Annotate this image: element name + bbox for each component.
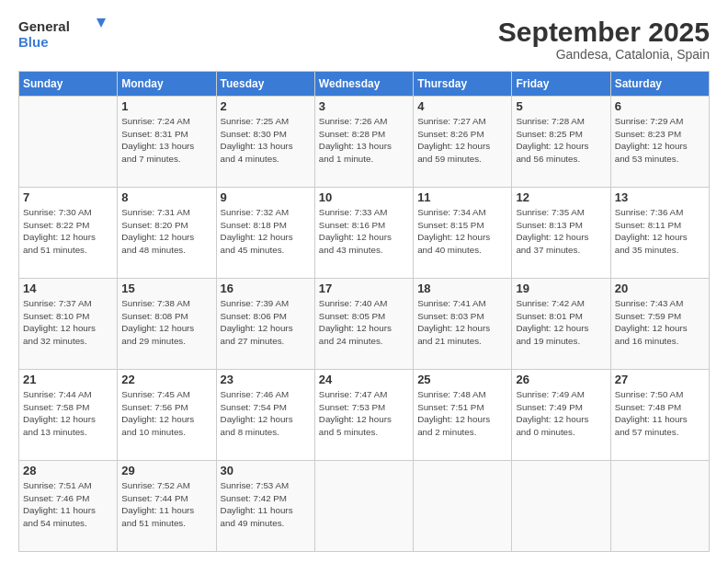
calendar-cell: 17Sunrise: 7:40 AM Sunset: 8:05 PM Dayli… xyxy=(314,279,413,370)
cell-info-text: Sunrise: 7:47 AM Sunset: 7:53 PM Dayligh… xyxy=(319,388,409,439)
cell-info-text: Sunrise: 7:52 AM Sunset: 7:44 PM Dayligh… xyxy=(121,479,211,530)
calendar-week-row: 1Sunrise: 7:24 AM Sunset: 8:31 PM Daylig… xyxy=(19,97,710,188)
calendar-cell: 4Sunrise: 7:27 AM Sunset: 8:26 PM Daylig… xyxy=(414,97,512,188)
logo: General Blue xyxy=(18,17,106,52)
cell-date-number: 10 xyxy=(319,190,409,204)
calendar-cell xyxy=(512,461,610,552)
cell-date-number: 13 xyxy=(615,190,705,204)
calendar-cell xyxy=(414,461,512,552)
calendar-cell xyxy=(314,461,413,552)
header-saturday: Saturday xyxy=(610,72,709,97)
cell-date-number: 23 xyxy=(221,373,311,386)
calendar-cell: 22Sunrise: 7:45 AM Sunset: 7:56 PM Dayli… xyxy=(118,370,216,461)
calendar-cell: 21Sunrise: 7:44 AM Sunset: 7:58 PM Dayli… xyxy=(19,370,118,461)
header-friday: Friday xyxy=(512,72,610,97)
cell-info-text: Sunrise: 7:24 AM Sunset: 8:31 PM Dayligh… xyxy=(121,115,211,166)
calendar-title: September 2025 xyxy=(498,17,710,47)
cell-info-text: Sunrise: 7:27 AM Sunset: 8:26 PM Dayligh… xyxy=(417,115,507,166)
cell-date-number: 4 xyxy=(417,99,507,113)
calendar-cell: 18Sunrise: 7:41 AM Sunset: 8:03 PM Dayli… xyxy=(414,279,512,370)
calendar-cell: 30Sunrise: 7:53 AM Sunset: 7:42 PM Dayli… xyxy=(216,461,314,552)
cell-date-number: 22 xyxy=(121,373,211,386)
calendar-cell: 3Sunrise: 7:26 AM Sunset: 8:28 PM Daylig… xyxy=(314,97,413,188)
cell-date-number: 24 xyxy=(319,373,409,386)
title-block: September 2025 Gandesa, Catalonia, Spain xyxy=(498,17,710,62)
cell-date-number: 6 xyxy=(615,99,705,113)
cell-info-text: Sunrise: 7:48 AM Sunset: 7:51 PM Dayligh… xyxy=(417,388,507,439)
header: General Blue September 2025 Gandesa, Cat… xyxy=(18,17,710,62)
cell-info-text: Sunrise: 7:41 AM Sunset: 8:03 PM Dayligh… xyxy=(417,297,507,348)
calendar-cell xyxy=(610,461,709,552)
calendar-cell xyxy=(19,97,118,188)
cell-date-number: 20 xyxy=(615,282,705,295)
cell-date-number: 30 xyxy=(221,464,311,477)
calendar-cell: 20Sunrise: 7:43 AM Sunset: 7:59 PM Dayli… xyxy=(610,279,709,370)
cell-info-text: Sunrise: 7:38 AM Sunset: 8:08 PM Dayligh… xyxy=(121,297,211,348)
cell-date-number: 19 xyxy=(516,282,606,295)
cell-info-text: Sunrise: 7:51 AM Sunset: 7:46 PM Dayligh… xyxy=(23,479,113,530)
cell-info-text: Sunrise: 7:42 AM Sunset: 8:01 PM Dayligh… xyxy=(516,297,606,348)
calendar-cell: 27Sunrise: 7:50 AM Sunset: 7:48 PM Dayli… xyxy=(610,370,709,461)
cell-info-text: Sunrise: 7:43 AM Sunset: 7:59 PM Dayligh… xyxy=(615,297,705,348)
cell-info-text: Sunrise: 7:37 AM Sunset: 8:10 PM Dayligh… xyxy=(23,297,113,348)
cell-date-number: 25 xyxy=(417,373,507,386)
cell-date-number: 21 xyxy=(23,373,113,386)
header-thursday: Thursday xyxy=(414,72,512,97)
cell-info-text: Sunrise: 7:28 AM Sunset: 8:25 PM Dayligh… xyxy=(516,115,606,166)
calendar-cell: 16Sunrise: 7:39 AM Sunset: 8:06 PM Dayli… xyxy=(216,279,314,370)
cell-date-number: 8 xyxy=(121,190,211,204)
calendar-cell: 1Sunrise: 7:24 AM Sunset: 8:31 PM Daylig… xyxy=(118,97,216,188)
calendar-week-row: 21Sunrise: 7:44 AM Sunset: 7:58 PM Dayli… xyxy=(19,370,710,461)
cell-info-text: Sunrise: 7:49 AM Sunset: 7:49 PM Dayligh… xyxy=(516,388,606,439)
cell-info-text: Sunrise: 7:45 AM Sunset: 7:56 PM Dayligh… xyxy=(121,388,211,439)
cell-date-number: 14 xyxy=(23,282,113,295)
calendar-cell: 5Sunrise: 7:28 AM Sunset: 8:25 PM Daylig… xyxy=(512,97,610,188)
page: General Blue September 2025 Gandesa, Cat… xyxy=(0,0,728,563)
calendar-week-row: 14Sunrise: 7:37 AM Sunset: 8:10 PM Dayli… xyxy=(19,279,710,370)
cell-info-text: Sunrise: 7:34 AM Sunset: 8:15 PM Dayligh… xyxy=(417,206,507,257)
cell-info-text: Sunrise: 7:25 AM Sunset: 8:30 PM Dayligh… xyxy=(221,115,311,166)
cell-info-text: Sunrise: 7:31 AM Sunset: 8:20 PM Dayligh… xyxy=(121,206,211,257)
calendar-week-row: 7Sunrise: 7:30 AM Sunset: 8:22 PM Daylig… xyxy=(19,188,710,279)
header-monday: Monday xyxy=(118,72,216,97)
header-wednesday: Wednesday xyxy=(314,72,413,97)
calendar-table: SundayMondayTuesdayWednesdayThursdayFrid… xyxy=(18,71,710,552)
cell-date-number: 27 xyxy=(615,373,705,386)
cell-date-number: 9 xyxy=(221,190,311,204)
calendar-cell: 2Sunrise: 7:25 AM Sunset: 8:30 PM Daylig… xyxy=(216,97,314,188)
calendar-cell: 8Sunrise: 7:31 AM Sunset: 8:20 PM Daylig… xyxy=(118,188,216,279)
cell-date-number: 29 xyxy=(121,464,211,477)
cell-date-number: 12 xyxy=(516,190,606,204)
cell-date-number: 11 xyxy=(417,190,507,204)
cell-info-text: Sunrise: 7:36 AM Sunset: 8:11 PM Dayligh… xyxy=(615,206,705,257)
cell-info-text: Sunrise: 7:29 AM Sunset: 8:23 PM Dayligh… xyxy=(615,115,705,166)
cell-date-number: 28 xyxy=(23,464,113,477)
logo-svg: General Blue xyxy=(18,17,106,52)
cell-date-number: 26 xyxy=(516,373,606,386)
cell-info-text: Sunrise: 7:30 AM Sunset: 8:22 PM Dayligh… xyxy=(23,206,113,257)
calendar-cell: 26Sunrise: 7:49 AM Sunset: 7:49 PM Dayli… xyxy=(512,370,610,461)
calendar-cell: 28Sunrise: 7:51 AM Sunset: 7:46 PM Dayli… xyxy=(19,461,118,552)
calendar-cell: 24Sunrise: 7:47 AM Sunset: 7:53 PM Dayli… xyxy=(314,370,413,461)
calendar-cell: 10Sunrise: 7:33 AM Sunset: 8:16 PM Dayli… xyxy=(314,188,413,279)
calendar-cell: 6Sunrise: 7:29 AM Sunset: 8:23 PM Daylig… xyxy=(610,97,709,188)
cell-date-number: 3 xyxy=(319,99,409,113)
calendar-cell: 19Sunrise: 7:42 AM Sunset: 8:01 PM Dayli… xyxy=(512,279,610,370)
header-row: SundayMondayTuesdayWednesdayThursdayFrid… xyxy=(19,72,710,97)
cell-date-number: 2 xyxy=(221,99,311,113)
cell-date-number: 7 xyxy=(23,190,113,204)
calendar-cell: 11Sunrise: 7:34 AM Sunset: 8:15 PM Dayli… xyxy=(414,188,512,279)
header-sunday: Sunday xyxy=(19,72,118,97)
calendar-cell: 15Sunrise: 7:38 AM Sunset: 8:08 PM Dayli… xyxy=(118,279,216,370)
svg-text:Blue: Blue xyxy=(18,34,49,50)
calendar-cell: 7Sunrise: 7:30 AM Sunset: 8:22 PM Daylig… xyxy=(19,188,118,279)
cell-info-text: Sunrise: 7:33 AM Sunset: 8:16 PM Dayligh… xyxy=(319,206,409,257)
svg-marker-2 xyxy=(97,18,106,28)
calendar-subtitle: Gandesa, Catalonia, Spain xyxy=(498,47,710,62)
calendar-cell: 29Sunrise: 7:52 AM Sunset: 7:44 PM Dayli… xyxy=(118,461,216,552)
cell-date-number: 1 xyxy=(121,99,211,113)
cell-info-text: Sunrise: 7:53 AM Sunset: 7:42 PM Dayligh… xyxy=(221,479,311,530)
calendar-cell: 25Sunrise: 7:48 AM Sunset: 7:51 PM Dayli… xyxy=(414,370,512,461)
cell-date-number: 5 xyxy=(516,99,606,113)
svg-text:General: General xyxy=(18,18,70,34)
